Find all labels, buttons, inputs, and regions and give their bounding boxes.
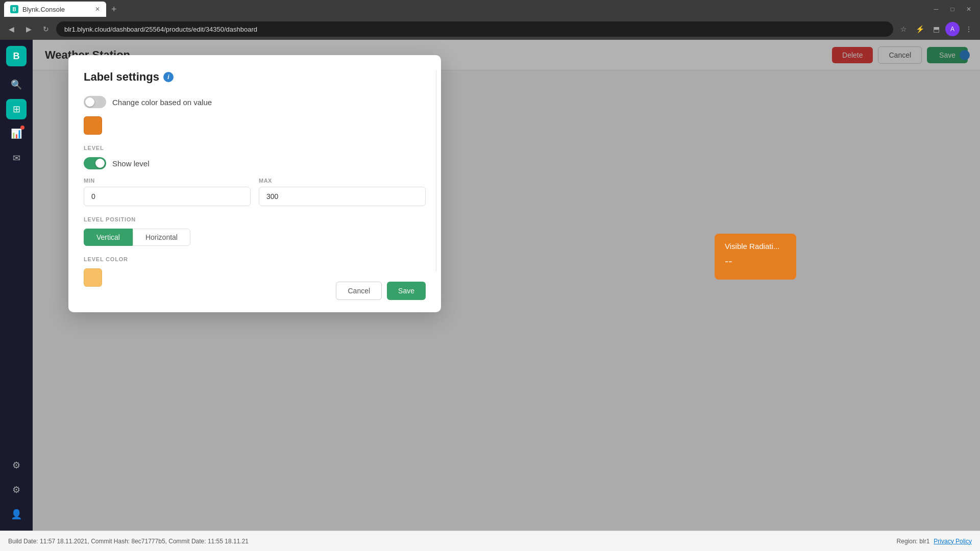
settings2-gear-icon: ⚙ bbox=[12, 484, 20, 495]
modal-title-row: Label settings i bbox=[84, 70, 426, 84]
max-label: MAX bbox=[259, 178, 426, 184]
sidebar-item-settings1[interactable]: ⚙ bbox=[6, 455, 27, 475]
min-input[interactable] bbox=[84, 187, 251, 206]
settings-gear-icon: ⚙ bbox=[12, 460, 20, 471]
extensions-icon[interactable]: ⚡ bbox=[913, 22, 927, 36]
widget-card: Visible Radiati... -- bbox=[715, 234, 796, 280]
close-window-button[interactable]: ✕ bbox=[962, 2, 976, 16]
analytics-icon: 📊 bbox=[11, 128, 22, 139]
color-change-row: Change color based on value bbox=[84, 96, 426, 108]
label-settings-modal: Label settings i Change color based on v… bbox=[68, 55, 441, 312]
analytics-badge bbox=[20, 126, 24, 130]
show-level-toggle[interactable] bbox=[84, 157, 106, 169]
max-input[interactable] bbox=[259, 187, 426, 206]
level-position-label: LEVEL POSITION bbox=[84, 216, 426, 222]
close-tab-icon[interactable]: ✕ bbox=[95, 6, 100, 13]
show-level-row: Show level bbox=[84, 157, 426, 169]
color-change-toggle[interactable] bbox=[84, 96, 106, 108]
level-section-label: LEVEL bbox=[84, 145, 426, 151]
horizontal-button[interactable]: Horizontal bbox=[133, 229, 190, 246]
status-bar: Build Date: 11:57 18.11.2021, Commit Has… bbox=[0, 531, 980, 551]
color-change-label: Change color based on value bbox=[112, 98, 212, 107]
search-icon: 🔍 bbox=[11, 79, 22, 90]
widget-value: -- bbox=[725, 255, 786, 268]
level-color-swatch[interactable] bbox=[84, 268, 102, 287]
modal-vertical-divider bbox=[436, 70, 436, 271]
app-logo[interactable]: B bbox=[6, 46, 27, 66]
min-label: MIN bbox=[84, 178, 251, 184]
tab-title: Blynk.Console bbox=[22, 6, 65, 13]
profile-avatar[interactable]: A bbox=[945, 22, 960, 36]
modal-overlay: Label settings i Change color based on v… bbox=[33, 40, 980, 531]
menu-icon[interactable]: ⋮ bbox=[962, 22, 976, 36]
browser-tab[interactable]: B Blynk.Console ✕ bbox=[4, 2, 106, 17]
info-icon[interactable]: i bbox=[163, 72, 174, 82]
main-content: Weather Station Delete Cancel Save Label… bbox=[33, 40, 980, 531]
show-level-slider bbox=[84, 157, 106, 169]
widget-title: Visible Radiati... bbox=[725, 242, 786, 251]
build-info: Build Date: 11:57 18.11.2021, Commit Has… bbox=[8, 538, 893, 545]
sidebar-item-analytics[interactable]: 📊 bbox=[6, 123, 27, 144]
min-input-group: MIN bbox=[84, 178, 251, 206]
sidebar-item-messages[interactable]: ✉ bbox=[6, 148, 27, 168]
modal-cancel-button[interactable]: Cancel bbox=[336, 282, 382, 300]
messages-icon: ✉ bbox=[13, 153, 20, 164]
browser-titlebar: B Blynk.Console ✕ + ─ □ ✕ bbox=[0, 0, 980, 18]
maximize-button[interactable]: □ bbox=[945, 2, 960, 16]
show-level-label: Show level bbox=[112, 159, 150, 168]
modal-footer: Cancel Save bbox=[336, 282, 426, 300]
profile-icon: 👤 bbox=[11, 509, 22, 520]
reload-button[interactable]: ↻ bbox=[39, 22, 53, 36]
tab-favicon: B bbox=[10, 5, 18, 13]
min-max-row: MIN MAX bbox=[84, 178, 426, 206]
back-button[interactable]: ◀ bbox=[4, 22, 18, 36]
level-color-label: LEVEL COLOR bbox=[84, 256, 426, 262]
sidebar-toggle-icon[interactable]: ⬒ bbox=[929, 22, 943, 36]
privacy-policy-link[interactable]: Privacy Policy bbox=[934, 538, 972, 545]
sidebar-item-profile[interactable]: 👤 bbox=[6, 504, 27, 524]
address-bar[interactable] bbox=[56, 21, 893, 37]
sidebar-bottom: ⚙ ⚙ 👤 bbox=[6, 455, 27, 524]
vertical-button[interactable]: Vertical bbox=[84, 229, 133, 246]
sidebar-item-search[interactable]: 🔍 bbox=[6, 74, 27, 95]
sidebar-item-settings2[interactable]: ⚙ bbox=[6, 480, 27, 500]
modal-title-text: Label settings bbox=[84, 70, 159, 84]
region-info: Region: blr1 bbox=[897, 538, 930, 545]
widget-preview: Visible Radiati... -- bbox=[715, 234, 796, 280]
window-controls: ─ □ ✕ bbox=[929, 2, 976, 16]
new-tab-button[interactable]: + bbox=[109, 2, 119, 17]
dashboard-icon: ⊞ bbox=[13, 104, 20, 115]
max-input-group: MAX bbox=[259, 178, 426, 206]
browser-toolbar: ◀ ▶ ↻ ☆ ⚡ ⬒ A ⋮ bbox=[0, 18, 980, 40]
forward-button[interactable]: ▶ bbox=[21, 22, 36, 36]
color-change-slider bbox=[84, 96, 106, 108]
level-position-group: Vertical Horizontal bbox=[84, 229, 426, 246]
color-swatch-orange[interactable] bbox=[84, 116, 102, 135]
app-container: B 🔍 ⊞ 📊 ✉ ⚙ ⚙ 👤 Weather bbox=[0, 40, 980, 531]
sidebar: B 🔍 ⊞ 📊 ✉ ⚙ ⚙ 👤 bbox=[0, 40, 33, 531]
sidebar-item-dashboard[interactable]: ⊞ bbox=[6, 99, 27, 119]
modal-save-button[interactable]: Save bbox=[387, 282, 426, 300]
bookmark-icon[interactable]: ☆ bbox=[896, 22, 911, 36]
toolbar-actions: ☆ ⚡ ⬒ A ⋮ bbox=[896, 22, 976, 36]
minimize-button[interactable]: ─ bbox=[929, 2, 943, 16]
